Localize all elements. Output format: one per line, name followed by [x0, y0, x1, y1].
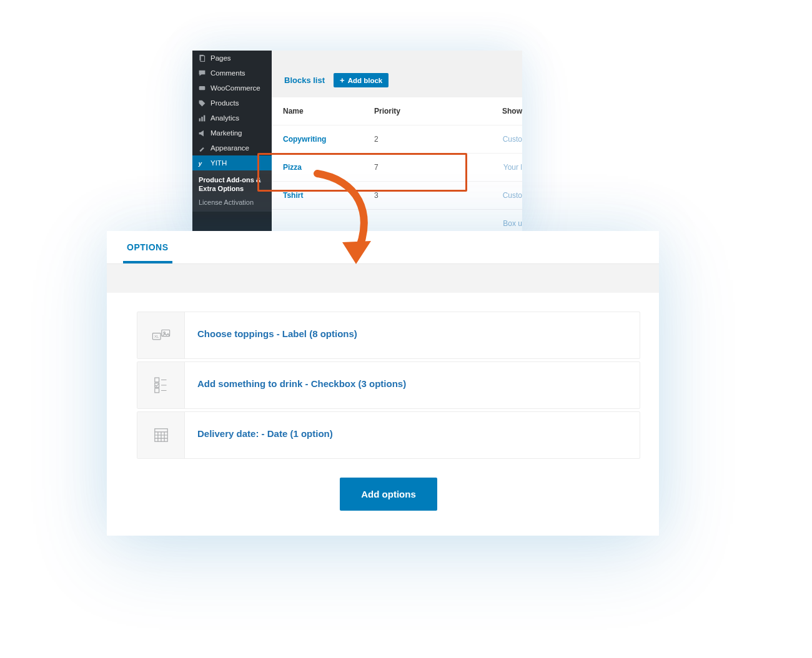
sidebar-item-label: Marketing — [210, 129, 242, 137]
yith-icon: y — [197, 159, 206, 167]
table-row[interactable]: Pizza 7 Your l — [272, 154, 522, 182]
comments-icon — [197, 69, 206, 77]
sidebar-item-label: Appearance — [210, 144, 249, 152]
products-icon — [197, 99, 206, 107]
svg-rect-12 — [154, 378, 159, 382]
add-options-button[interactable]: Add options — [340, 478, 437, 511]
calendar-icon — [137, 412, 185, 458]
row-show: Your l — [503, 163, 522, 172]
option-row[interactable]: Add something to drink - Checkbox (3 opt… — [137, 361, 640, 409]
add-options-row: Add options — [137, 478, 640, 511]
add-block-label: Add block — [348, 77, 383, 84]
row-name-link[interactable]: Tshirt — [283, 191, 303, 200]
sidebar-item-analytics[interactable]: Analytics — [192, 110, 272, 125]
blocks-table: Name Priority Show Copywriting 2 Custo P… — [272, 97, 522, 235]
col-show: Show — [460, 97, 522, 125]
sidebar-item-yith[interactable]: y YITH — [192, 155, 272, 170]
row-show: Custo — [503, 191, 522, 200]
option-label[interactable]: Delivery date: - Date (1 option) — [185, 412, 640, 458]
tab-options[interactable]: OPTIONS — [123, 242, 172, 263]
pages-icon — [197, 54, 206, 62]
row-priority: 7 — [367, 154, 460, 181]
options-tabbar: OPTIONS — [107, 231, 659, 264]
blocks-area: Blocks list + Add block Name Priority Sh… — [272, 51, 522, 235]
wp-admin-panel: Pages Comments WooCommerce Products Anal… — [192, 51, 522, 235]
svg-rect-16 — [154, 388, 159, 393]
option-label[interactable]: Add something to drink - Checkbox (3 opt… — [185, 362, 640, 408]
blocks-list-title: Blocks list — [284, 76, 325, 85]
plus-icon: + — [340, 76, 345, 84]
table-row[interactable]: Tshirt 3 Custo — [272, 182, 522, 210]
appearance-icon — [197, 144, 206, 152]
sidebar-item-appearance[interactable]: Appearance — [192, 140, 272, 155]
row-name-link[interactable]: Copywriting — [283, 135, 326, 144]
sidebar-item-label: Products — [210, 99, 239, 107]
option-row[interactable]: Delivery date: - Date (1 option) — [137, 411, 640, 459]
woocommerce-icon — [197, 84, 206, 92]
submenu-item-license[interactable]: License Activation — [192, 196, 272, 209]
svg-rect-6 — [203, 115, 204, 121]
svg-rect-4 — [199, 118, 200, 121]
table-header-row: Name Priority Show — [272, 97, 522, 125]
row-priority: 3 — [367, 182, 460, 209]
sidebar-item-label: Comments — [210, 69, 245, 77]
options-gray-band — [107, 264, 659, 293]
marketing-icon — [197, 129, 206, 137]
svg-text:y: y — [198, 160, 202, 167]
sidebar-item-label: Pages — [210, 54, 231, 62]
sidebar-item-woocommerce[interactable]: WooCommerce — [192, 81, 272, 96]
analytics-icon — [197, 114, 206, 122]
svg-rect-5 — [201, 117, 202, 121]
table-row[interactable]: Copywriting 2 Custo — [272, 125, 522, 154]
add-block-button[interactable]: + Add block — [334, 73, 389, 87]
option-label[interactable]: Choose toppings - Label (8 options) — [185, 312, 640, 358]
sidebar-item-comments[interactable]: Comments — [192, 66, 272, 81]
sidebar-item-products[interactable]: Products — [192, 96, 272, 110]
sidebar-item-marketing[interactable]: Marketing — [192, 125, 272, 140]
svg-point-11 — [163, 331, 165, 333]
svg-text:XL: XL — [154, 335, 159, 338]
checkbox-icon — [137, 362, 185, 408]
options-panel: OPTIONS XL Choose toppings - Label (8 op… — [107, 231, 659, 536]
options-body: XL Choose toppings - Label (8 options) — [107, 293, 659, 536]
sidebar-item-pages[interactable]: Pages — [192, 51, 272, 66]
row-show: Custo — [503, 135, 522, 144]
col-priority: Priority — [367, 97, 460, 125]
label-icon: XL — [137, 312, 185, 358]
row-name-link[interactable]: Pizza — [283, 163, 302, 172]
sidebar-item-label: YITH — [210, 159, 227, 167]
row-priority: 2 — [367, 125, 460, 153]
col-name: Name — [272, 97, 367, 125]
row-show: Box u — [503, 219, 522, 228]
wp-submenu: Product Add-ons & Extra Options License … — [192, 170, 272, 212]
svg-rect-3 — [199, 86, 205, 90]
wp-sidebar: Pages Comments WooCommerce Products Anal… — [192, 51, 272, 235]
sidebar-item-label: WooCommerce — [210, 84, 260, 92]
blocks-header: Blocks list + Add block — [272, 62, 522, 97]
submenu-item-addons[interactable]: Product Add-ons & Extra Options — [192, 174, 272, 196]
svg-rect-1 — [201, 56, 205, 61]
option-row[interactable]: XL Choose toppings - Label (8 options) — [137, 312, 640, 359]
sidebar-item-label: Analytics — [210, 114, 239, 122]
